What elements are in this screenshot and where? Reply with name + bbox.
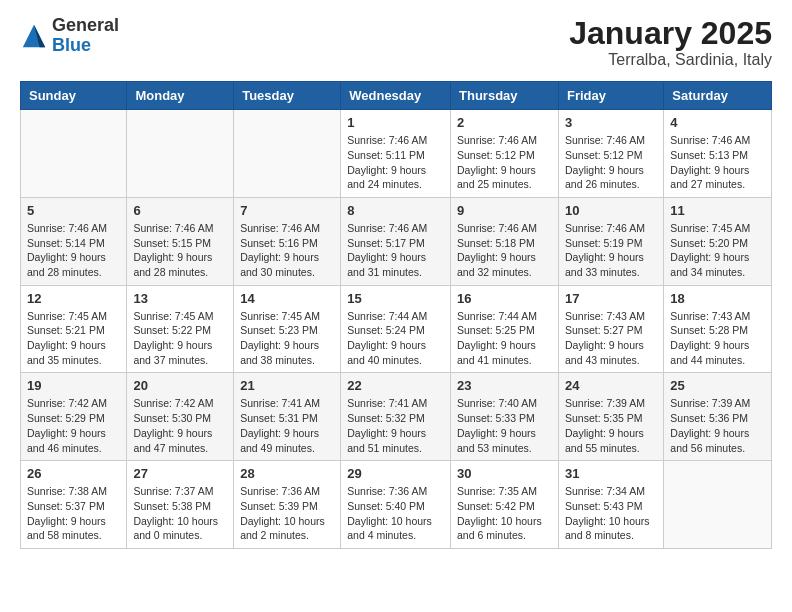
calendar-cell: 25Sunrise: 7:39 AM Sunset: 5:36 PM Dayli… [664,373,772,461]
day-info: Sunrise: 7:46 AM Sunset: 5:19 PM Dayligh… [565,221,657,280]
column-header-saturday: Saturday [664,82,772,110]
day-info: Sunrise: 7:36 AM Sunset: 5:39 PM Dayligh… [240,484,334,543]
calendar-cell: 15Sunrise: 7:44 AM Sunset: 5:24 PM Dayli… [341,285,451,373]
day-number: 10 [565,203,657,218]
day-info: Sunrise: 7:43 AM Sunset: 5:27 PM Dayligh… [565,309,657,368]
day-info: Sunrise: 7:44 AM Sunset: 5:25 PM Dayligh… [457,309,552,368]
calendar-table: SundayMondayTuesdayWednesdayThursdayFrid… [20,81,772,549]
day-info: Sunrise: 7:39 AM Sunset: 5:36 PM Dayligh… [670,396,765,455]
day-info: Sunrise: 7:39 AM Sunset: 5:35 PM Dayligh… [565,396,657,455]
calendar-cell: 1Sunrise: 7:46 AM Sunset: 5:11 PM Daylig… [341,110,451,198]
day-number: 24 [565,378,657,393]
day-number: 28 [240,466,334,481]
day-number: 4 [670,115,765,130]
column-header-thursday: Thursday [451,82,559,110]
calendar-cell: 30Sunrise: 7:35 AM Sunset: 5:42 PM Dayli… [451,461,559,549]
day-info: Sunrise: 7:36 AM Sunset: 5:40 PM Dayligh… [347,484,444,543]
day-number: 30 [457,466,552,481]
column-header-sunday: Sunday [21,82,127,110]
day-info: Sunrise: 7:44 AM Sunset: 5:24 PM Dayligh… [347,309,444,368]
day-info: Sunrise: 7:46 AM Sunset: 5:12 PM Dayligh… [565,133,657,192]
day-number: 2 [457,115,552,130]
column-header-friday: Friday [558,82,663,110]
column-header-wednesday: Wednesday [341,82,451,110]
calendar-cell: 2Sunrise: 7:46 AM Sunset: 5:12 PM Daylig… [451,110,559,198]
logo-general-text: General [52,16,119,36]
day-number: 18 [670,291,765,306]
calendar-week-row: 12Sunrise: 7:45 AM Sunset: 5:21 PM Dayli… [21,285,772,373]
header: General Blue January 2025 Terralba, Sard… [20,16,772,69]
day-number: 27 [133,466,227,481]
day-info: Sunrise: 7:46 AM Sunset: 5:11 PM Dayligh… [347,133,444,192]
day-number: 15 [347,291,444,306]
page: General Blue January 2025 Terralba, Sard… [0,0,792,565]
day-number: 14 [240,291,334,306]
calendar-cell: 6Sunrise: 7:46 AM Sunset: 5:15 PM Daylig… [127,197,234,285]
calendar-cell: 18Sunrise: 7:43 AM Sunset: 5:28 PM Dayli… [664,285,772,373]
day-number: 19 [27,378,120,393]
calendar-cell [127,110,234,198]
calendar-cell: 10Sunrise: 7:46 AM Sunset: 5:19 PM Dayli… [558,197,663,285]
day-info: Sunrise: 7:42 AM Sunset: 5:30 PM Dayligh… [133,396,227,455]
calendar-cell: 4Sunrise: 7:46 AM Sunset: 5:13 PM Daylig… [664,110,772,198]
day-info: Sunrise: 7:46 AM Sunset: 5:14 PM Dayligh… [27,221,120,280]
calendar-cell: 24Sunrise: 7:39 AM Sunset: 5:35 PM Dayli… [558,373,663,461]
calendar-cell: 29Sunrise: 7:36 AM Sunset: 5:40 PM Dayli… [341,461,451,549]
calendar-cell: 3Sunrise: 7:46 AM Sunset: 5:12 PM Daylig… [558,110,663,198]
title-block: January 2025 Terralba, Sardinia, Italy [569,16,772,69]
logo-text: General Blue [52,16,119,56]
day-info: Sunrise: 7:46 AM Sunset: 5:16 PM Dayligh… [240,221,334,280]
day-info: Sunrise: 7:45 AM Sunset: 5:21 PM Dayligh… [27,309,120,368]
day-info: Sunrise: 7:41 AM Sunset: 5:31 PM Dayligh… [240,396,334,455]
day-info: Sunrise: 7:46 AM Sunset: 5:15 PM Dayligh… [133,221,227,280]
day-number: 23 [457,378,552,393]
day-info: Sunrise: 7:41 AM Sunset: 5:32 PM Dayligh… [347,396,444,455]
day-number: 1 [347,115,444,130]
day-info: Sunrise: 7:46 AM Sunset: 5:17 PM Dayligh… [347,221,444,280]
day-info: Sunrise: 7:46 AM Sunset: 5:18 PM Dayligh… [457,221,552,280]
calendar-cell: 31Sunrise: 7:34 AM Sunset: 5:43 PM Dayli… [558,461,663,549]
calendar-cell: 21Sunrise: 7:41 AM Sunset: 5:31 PM Dayli… [234,373,341,461]
day-info: Sunrise: 7:40 AM Sunset: 5:33 PM Dayligh… [457,396,552,455]
calendar-cell: 9Sunrise: 7:46 AM Sunset: 5:18 PM Daylig… [451,197,559,285]
logo: General Blue [20,16,119,56]
day-info: Sunrise: 7:45 AM Sunset: 5:23 PM Dayligh… [240,309,334,368]
day-info: Sunrise: 7:46 AM Sunset: 5:12 PM Dayligh… [457,133,552,192]
day-number: 12 [27,291,120,306]
day-number: 8 [347,203,444,218]
day-number: 5 [27,203,120,218]
calendar-cell: 22Sunrise: 7:41 AM Sunset: 5:32 PM Dayli… [341,373,451,461]
calendar-cell: 14Sunrise: 7:45 AM Sunset: 5:23 PM Dayli… [234,285,341,373]
calendar-cell [234,110,341,198]
day-number: 13 [133,291,227,306]
day-info: Sunrise: 7:45 AM Sunset: 5:22 PM Dayligh… [133,309,227,368]
calendar-cell: 7Sunrise: 7:46 AM Sunset: 5:16 PM Daylig… [234,197,341,285]
calendar-week-row: 1Sunrise: 7:46 AM Sunset: 5:11 PM Daylig… [21,110,772,198]
day-info: Sunrise: 7:38 AM Sunset: 5:37 PM Dayligh… [27,484,120,543]
day-info: Sunrise: 7:45 AM Sunset: 5:20 PM Dayligh… [670,221,765,280]
day-info: Sunrise: 7:46 AM Sunset: 5:13 PM Dayligh… [670,133,765,192]
month-year-title: January 2025 [569,16,772,51]
day-number: 22 [347,378,444,393]
day-number: 16 [457,291,552,306]
day-number: 25 [670,378,765,393]
calendar-cell [664,461,772,549]
logo-icon [20,22,48,50]
day-info: Sunrise: 7:42 AM Sunset: 5:29 PM Dayligh… [27,396,120,455]
day-number: 7 [240,203,334,218]
calendar-cell: 19Sunrise: 7:42 AM Sunset: 5:29 PM Dayli… [21,373,127,461]
calendar-cell: 8Sunrise: 7:46 AM Sunset: 5:17 PM Daylig… [341,197,451,285]
day-number: 21 [240,378,334,393]
day-number: 17 [565,291,657,306]
day-info: Sunrise: 7:43 AM Sunset: 5:28 PM Dayligh… [670,309,765,368]
location-subtitle: Terralba, Sardinia, Italy [569,51,772,69]
calendar-cell: 26Sunrise: 7:38 AM Sunset: 5:37 PM Dayli… [21,461,127,549]
day-number: 9 [457,203,552,218]
calendar-cell: 17Sunrise: 7:43 AM Sunset: 5:27 PM Dayli… [558,285,663,373]
column-header-tuesday: Tuesday [234,82,341,110]
day-number: 29 [347,466,444,481]
calendar-cell: 27Sunrise: 7:37 AM Sunset: 5:38 PM Dayli… [127,461,234,549]
calendar-cell: 5Sunrise: 7:46 AM Sunset: 5:14 PM Daylig… [21,197,127,285]
day-info: Sunrise: 7:34 AM Sunset: 5:43 PM Dayligh… [565,484,657,543]
calendar-cell: 20Sunrise: 7:42 AM Sunset: 5:30 PM Dayli… [127,373,234,461]
